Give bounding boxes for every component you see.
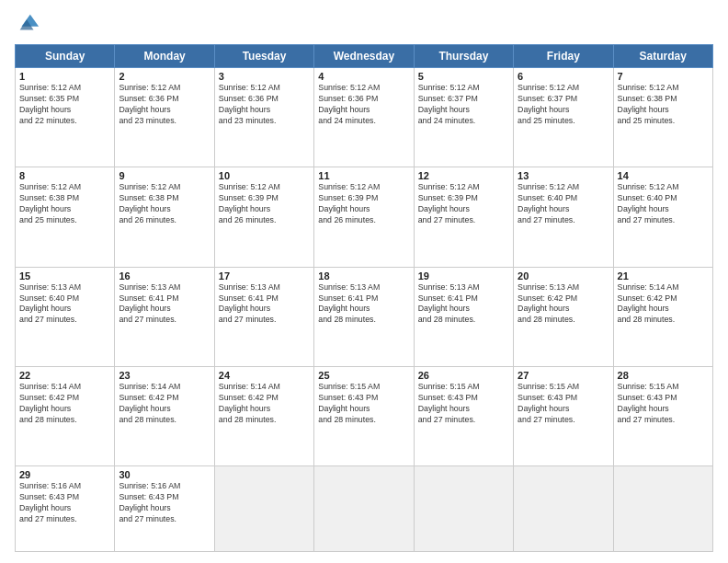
- week-row-0: 1 Sunrise: 5:12 AM Sunset: 6:35 PM Dayli…: [16, 68, 713, 167]
- day-info: Sunrise: 5:13 AM Sunset: 6:40 PM Dayligh…: [19, 282, 110, 327]
- weekday-wednesday: Wednesday: [314, 45, 414, 68]
- day-number: 25: [318, 370, 409, 381]
- calendar-cell: 5 Sunrise: 5:12 AM Sunset: 6:37 PM Dayli…: [414, 68, 513, 167]
- weekday-sunday: Sunday: [16, 45, 115, 68]
- day-number: 24: [219, 370, 310, 381]
- day-number: 15: [19, 270, 110, 282]
- calendar-cell: 4 Sunrise: 5:12 AM Sunset: 6:36 PM Dayli…: [314, 68, 414, 167]
- day-number: 4: [318, 71, 409, 82]
- day-number: 13: [518, 170, 609, 181]
- day-number: 9: [119, 170, 210, 181]
- day-info: Sunrise: 5:15 AM Sunset: 6:43 PM Dayligh…: [618, 382, 709, 426]
- day-info: Sunrise: 5:13 AM Sunset: 6:41 PM Dayligh…: [318, 282, 409, 327]
- calendar-cell: 24 Sunrise: 5:14 AM Sunset: 6:42 PM Dayl…: [214, 367, 313, 466]
- day-info: Sunrise: 5:14 AM Sunset: 6:42 PM Dayligh…: [19, 382, 110, 426]
- day-number: 1: [19, 71, 110, 82]
- calendar-cell: 13 Sunrise: 5:12 AM Sunset: 6:40 PM Dayl…: [514, 167, 613, 267]
- calendar-cell: 29 Sunrise: 5:16 AM Sunset: 6:43 PM Dayl…: [16, 466, 115, 552]
- logo-icon: [15, 11, 40, 37]
- day-info: Sunrise: 5:15 AM Sunset: 6:43 PM Dayligh…: [318, 382, 409, 426]
- day-info: Sunrise: 5:14 AM Sunset: 6:42 PM Dayligh…: [618, 282, 709, 327]
- weekday-monday: Monday: [115, 45, 214, 68]
- calendar-cell: 28 Sunrise: 5:15 AM Sunset: 6:43 PM Dayl…: [613, 367, 712, 466]
- calendar-cell: 25 Sunrise: 5:15 AM Sunset: 6:43 PM Dayl…: [314, 367, 414, 466]
- calendar-cell: 8 Sunrise: 5:12 AM Sunset: 6:38 PM Dayli…: [16, 167, 115, 267]
- logo: [15, 11, 44, 37]
- calendar-cell: 19 Sunrise: 5:13 AM Sunset: 6:41 PM Dayl…: [414, 267, 513, 366]
- calendar-cell: [514, 466, 613, 552]
- day-number: 2: [119, 71, 210, 82]
- calendar-cell: 9 Sunrise: 5:12 AM Sunset: 6:38 PM Dayli…: [115, 167, 214, 267]
- day-info: Sunrise: 5:12 AM Sunset: 6:39 PM Dayligh…: [418, 182, 509, 226]
- calendar-cell: 2 Sunrise: 5:12 AM Sunset: 6:36 PM Dayli…: [115, 68, 214, 167]
- calendar-cell: 14 Sunrise: 5:12 AM Sunset: 6:40 PM Dayl…: [613, 167, 712, 267]
- day-info: Sunrise: 5:12 AM Sunset: 6:36 PM Dayligh…: [219, 83, 310, 127]
- weekday-header: SundayMondayTuesdayWednesdayThursdayFrid…: [16, 45, 713, 68]
- day-info: Sunrise: 5:12 AM Sunset: 6:39 PM Dayligh…: [219, 182, 310, 226]
- calendar-body: 1 Sunrise: 5:12 AM Sunset: 6:35 PM Dayli…: [16, 68, 713, 552]
- day-number: 19: [418, 270, 509, 282]
- day-info: Sunrise: 5:15 AM Sunset: 6:43 PM Dayligh…: [418, 382, 509, 426]
- calendar-cell: 16 Sunrise: 5:13 AM Sunset: 6:41 PM Dayl…: [115, 267, 214, 366]
- day-number: 23: [119, 370, 210, 381]
- calendar-cell: 21 Sunrise: 5:14 AM Sunset: 6:42 PM Dayl…: [613, 267, 712, 366]
- day-info: Sunrise: 5:14 AM Sunset: 6:42 PM Dayligh…: [219, 382, 310, 426]
- weekday-thursday: Thursday: [414, 45, 513, 68]
- day-number: 5: [418, 71, 509, 82]
- calendar: SundayMondayTuesdayWednesdayThursdayFrid…: [15, 44, 713, 552]
- day-info: Sunrise: 5:16 AM Sunset: 6:43 PM Dayligh…: [19, 481, 110, 525]
- day-info: Sunrise: 5:12 AM Sunset: 6:36 PM Dayligh…: [119, 83, 210, 127]
- page: SundayMondayTuesdayWednesdayThursdayFrid…: [0, 0, 728, 563]
- calendar-cell: 20 Sunrise: 5:13 AM Sunset: 6:42 PM Dayl…: [514, 267, 613, 366]
- day-number: 26: [418, 370, 509, 381]
- calendar-cell: [414, 466, 513, 552]
- calendar-cell: 18 Sunrise: 5:13 AM Sunset: 6:41 PM Dayl…: [314, 267, 414, 366]
- day-info: Sunrise: 5:12 AM Sunset: 6:40 PM Dayligh…: [618, 182, 709, 226]
- calendar-cell: 6 Sunrise: 5:12 AM Sunset: 6:37 PM Dayli…: [514, 68, 613, 167]
- calendar-cell: 10 Sunrise: 5:12 AM Sunset: 6:39 PM Dayl…: [214, 167, 313, 267]
- day-number: 16: [119, 270, 210, 282]
- day-info: Sunrise: 5:12 AM Sunset: 6:38 PM Dayligh…: [19, 182, 110, 226]
- day-number: 29: [19, 469, 110, 480]
- calendar-cell: 17 Sunrise: 5:13 AM Sunset: 6:41 PM Dayl…: [214, 267, 313, 366]
- weekday-saturday: Saturday: [613, 45, 712, 68]
- day-info: Sunrise: 5:12 AM Sunset: 6:35 PM Dayligh…: [19, 83, 110, 127]
- weekday-friday: Friday: [514, 45, 613, 68]
- day-number: 7: [618, 71, 709, 82]
- day-info: Sunrise: 5:15 AM Sunset: 6:43 PM Dayligh…: [518, 382, 609, 426]
- week-row-4: 29 Sunrise: 5:16 AM Sunset: 6:43 PM Dayl…: [16, 466, 713, 552]
- day-number: 22: [19, 370, 110, 381]
- day-info: Sunrise: 5:12 AM Sunset: 6:40 PM Dayligh…: [518, 182, 609, 226]
- day-info: Sunrise: 5:12 AM Sunset: 6:37 PM Dayligh…: [418, 83, 509, 127]
- day-number: 14: [618, 170, 709, 181]
- calendar-cell: [214, 466, 313, 552]
- calendar-cell: [314, 466, 414, 552]
- day-number: 17: [219, 270, 310, 282]
- calendar-cell: 22 Sunrise: 5:14 AM Sunset: 6:42 PM Dayl…: [16, 367, 115, 466]
- day-number: 12: [418, 170, 509, 181]
- day-info: Sunrise: 5:13 AM Sunset: 6:41 PM Dayligh…: [119, 282, 210, 327]
- day-info: Sunrise: 5:12 AM Sunset: 6:36 PM Dayligh…: [318, 83, 409, 127]
- day-info: Sunrise: 5:12 AM Sunset: 6:37 PM Dayligh…: [518, 83, 609, 127]
- calendar-cell: 12 Sunrise: 5:12 AM Sunset: 6:39 PM Dayl…: [414, 167, 513, 267]
- calendar-cell: 11 Sunrise: 5:12 AM Sunset: 6:39 PM Dayl…: [314, 167, 414, 267]
- day-number: 20: [518, 270, 609, 282]
- day-info: Sunrise: 5:12 AM Sunset: 6:38 PM Dayligh…: [119, 182, 210, 226]
- day-info: Sunrise: 5:12 AM Sunset: 6:39 PM Dayligh…: [318, 182, 409, 226]
- day-number: 18: [318, 270, 409, 282]
- calendar-cell: 23 Sunrise: 5:14 AM Sunset: 6:42 PM Dayl…: [115, 367, 214, 466]
- week-row-1: 8 Sunrise: 5:12 AM Sunset: 6:38 PM Dayli…: [16, 167, 713, 267]
- day-number: 3: [219, 71, 310, 82]
- calendar-cell: 1 Sunrise: 5:12 AM Sunset: 6:35 PM Dayli…: [16, 68, 115, 167]
- calendar-cell: 3 Sunrise: 5:12 AM Sunset: 6:36 PM Dayli…: [214, 68, 313, 167]
- day-number: 10: [219, 170, 310, 181]
- day-number: 28: [618, 370, 709, 381]
- day-number: 30: [119, 469, 210, 480]
- day-number: 6: [518, 71, 609, 82]
- calendar-cell: 15 Sunrise: 5:13 AM Sunset: 6:40 PM Dayl…: [16, 267, 115, 366]
- day-info: Sunrise: 5:16 AM Sunset: 6:43 PM Dayligh…: [119, 481, 210, 525]
- day-info: Sunrise: 5:14 AM Sunset: 6:42 PM Dayligh…: [119, 382, 210, 426]
- day-number: 21: [618, 270, 709, 282]
- weekday-tuesday: Tuesday: [214, 45, 313, 68]
- day-info: Sunrise: 5:13 AM Sunset: 6:41 PM Dayligh…: [219, 282, 310, 327]
